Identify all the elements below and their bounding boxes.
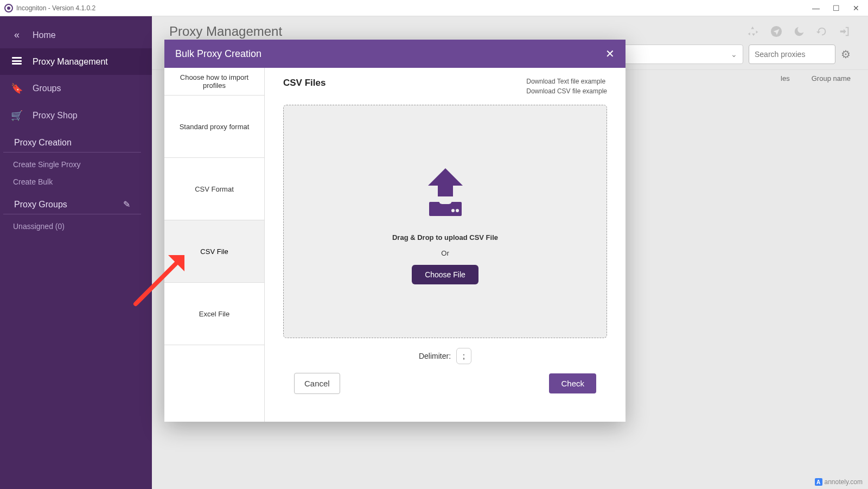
- sidebar-item-label: Groups: [33, 84, 61, 93]
- tab-csv-format[interactable]: CSV Format: [164, 158, 264, 220]
- modal-titlebar: Bulk Proxy Creation ✕: [164, 40, 626, 68]
- close-icon[interactable]: ✕: [605, 47, 615, 60]
- chevron-down-icon: ⌄: [731, 50, 737, 59]
- bars-icon: [11, 56, 23, 67]
- gear-icon[interactable]: ⚙: [841, 48, 851, 61]
- annotely-icon: A: [815, 478, 822, 486]
- import-content: CSV Files Download Text file example Dow…: [265, 68, 626, 422]
- link-unassigned-group[interactable]: Unassigned (0): [0, 218, 152, 235]
- section-proxy-creation: Proxy Creation: [3, 129, 141, 153]
- tab-standard-proxy-format[interactable]: Standard proxy format: [164, 96, 264, 158]
- svg-point-4: [456, 209, 459, 212]
- header-action-icons: [748, 26, 851, 37]
- page-title: Proxy Management: [169, 24, 282, 39]
- edit-icon[interactable]: ✎: [123, 199, 130, 209]
- logout-icon[interactable]: [839, 26, 851, 37]
- close-window-button[interactable]: ✕: [853, 4, 859, 12]
- tab-excel-file[interactable]: Excel File: [164, 283, 264, 345]
- dropzone-or: Or: [441, 249, 449, 257]
- cart-icon: 🛒: [11, 110, 23, 122]
- send-icon[interactable]: [770, 26, 782, 37]
- csv-files-heading: CSV Files: [283, 78, 326, 88]
- sidebar: « Home Proxy Management 🔖 Groups 🛒 Proxy…: [0, 16, 152, 489]
- modal-title-text: Bulk Proxy Creation: [175, 48, 261, 60]
- watermark-text: annotely.com: [825, 478, 863, 486]
- search-input[interactable]: [749, 45, 835, 64]
- section-proxy-groups-label: Proxy Groups: [14, 200, 67, 209]
- file-dropzone[interactable]: Drag & Drop to upload CSV File Or Choose…: [283, 105, 607, 338]
- delimiter-label: Delimiter:: [419, 352, 451, 360]
- link-create-bulk[interactable]: Create Bulk: [0, 173, 152, 190]
- minimize-button[interactable]: —: [812, 4, 820, 12]
- download-csv-example-link[interactable]: Download CSV file example: [526, 87, 607, 95]
- bookmark-icon: 🔖: [11, 82, 23, 94]
- dropzone-text: Drag & Drop to upload CSV File: [392, 233, 498, 242]
- sidebar-item-label: Home: [33, 30, 56, 40]
- window-controls: — ☐ ✕: [812, 4, 864, 12]
- svg-rect-2: [439, 198, 452, 204]
- recycle-icon[interactable]: [748, 26, 760, 37]
- column-les: les: [781, 74, 790, 82]
- link-create-single-proxy[interactable]: Create Single Proxy: [0, 156, 152, 173]
- import-method-tabs: Choose how to import profiles Standard p…: [164, 68, 265, 422]
- upload-icon: [413, 158, 478, 226]
- bulk-proxy-modal: Bulk Proxy Creation ✕ Choose how to impo…: [164, 40, 626, 422]
- choose-file-button[interactable]: Choose File: [412, 265, 478, 284]
- delimiter-input[interactable]: [456, 348, 471, 364]
- chevrons-left-icon: «: [11, 29, 23, 41]
- import-header: Choose how to import profiles: [164, 68, 264, 96]
- sidebar-item-groups[interactable]: 🔖 Groups: [0, 75, 152, 102]
- tab-csv-file[interactable]: CSV File: [164, 220, 264, 283]
- sidebar-item-proxy-shop[interactable]: 🛒 Proxy Shop: [0, 102, 152, 129]
- window-titlebar: Incogniton - Version 4.1.0.2 — ☐ ✕: [0, 0, 868, 16]
- sidebar-item-label: Proxy Shop: [33, 111, 78, 120]
- watermark: A annotely.com: [815, 478, 863, 486]
- download-text-example-link[interactable]: Download Text file example: [526, 78, 607, 85]
- refresh-icon[interactable]: [816, 26, 828, 37]
- svg-point-3: [451, 209, 455, 212]
- app-icon: [4, 4, 13, 12]
- sidebar-item-home[interactable]: « Home: [0, 22, 152, 48]
- check-button[interactable]: Check: [549, 373, 596, 393]
- window-title: Incogniton - Version 4.1.0.2: [16, 4, 95, 12]
- sidebar-item-proxy-management[interactable]: Proxy Management: [0, 48, 152, 75]
- cancel-button[interactable]: Cancel: [294, 373, 340, 394]
- moon-icon[interactable]: [793, 26, 805, 37]
- section-proxy-groups: Proxy Groups ✎: [3, 190, 141, 214]
- maximize-button[interactable]: ☐: [833, 4, 840, 12]
- sidebar-item-label: Proxy Management: [33, 57, 108, 67]
- column-group-name: Group name: [812, 74, 851, 82]
